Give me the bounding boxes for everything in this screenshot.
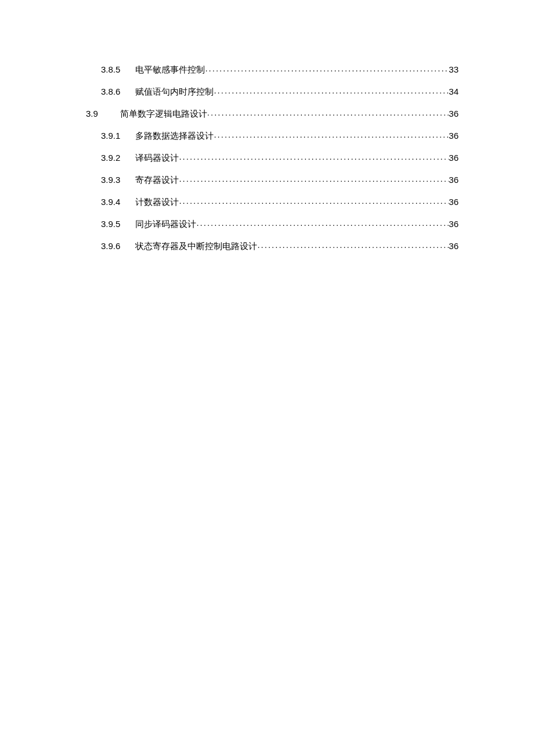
toc-entry-leader bbox=[214, 130, 449, 139]
toc-entry-number: 3.9.5 bbox=[101, 219, 120, 228]
toc-entry-title: 寄存器设计 bbox=[135, 176, 179, 185]
toc-entry: 3.9.6 状态寄存器及中断控制电路设计 36 bbox=[75, 240, 459, 251]
toc-entry-page: 36 bbox=[449, 197, 459, 206]
toc-entry: 3.9.5 同步译码器设计 36 bbox=[75, 218, 459, 229]
toc-entry-page: 36 bbox=[449, 109, 459, 118]
toc-entry-title: 译码器设计 bbox=[135, 154, 179, 163]
toc-entry-title: 同步译码器设计 bbox=[135, 220, 196, 229]
toc-entry: 3.9 简单数字逻辑电路设计 36 bbox=[75, 108, 459, 118]
toc-entry-leader bbox=[179, 196, 449, 205]
toc-entry-leader bbox=[196, 218, 449, 227]
toc-entry-page: 36 bbox=[449, 131, 459, 140]
toc-entry: 3.9.3 寄存器设计 36 bbox=[75, 174, 459, 185]
toc-entry-number: 3.9 bbox=[86, 109, 98, 118]
toc-entry-leader bbox=[214, 86, 449, 95]
toc-entry-number: 3.9.6 bbox=[101, 242, 120, 250]
toc-entry-page: 36 bbox=[449, 153, 459, 162]
toc-entry-leader bbox=[207, 108, 449, 117]
toc-entry: 3.9.2 译码器设计 36 bbox=[75, 152, 459, 163]
toc-entry: 3.8.5 电平敏感事件控制 33 bbox=[75, 64, 459, 74]
toc-entry-number: 3.8.5 bbox=[101, 65, 120, 74]
toc-entry-leader bbox=[205, 64, 449, 73]
toc-entry-number: 3.9.2 bbox=[101, 153, 120, 162]
toc-entry-leader bbox=[179, 152, 449, 161]
toc-entry-page: 36 bbox=[449, 175, 459, 184]
toc-entry: 3.8.6 赋值语句内时序控制 34 bbox=[75, 86, 459, 96]
toc-entry-number: 3.8.6 bbox=[101, 87, 120, 96]
toc-entry-leader bbox=[179, 174, 449, 183]
toc-entry-leader bbox=[257, 240, 449, 249]
toc-entry-number: 3.9.4 bbox=[101, 197, 120, 206]
toc-entry-page: 36 bbox=[449, 242, 459, 250]
toc-entry-number: 3.9.3 bbox=[101, 175, 120, 184]
toc-entry-title: 多路数据选择器设计 bbox=[135, 132, 214, 141]
toc-entry-title: 电平敏感事件控制 bbox=[135, 66, 205, 74]
toc-entry-title: 计数器设计 bbox=[135, 198, 179, 207]
toc-entry: 3.9.1 多路数据选择器设计 36 bbox=[75, 130, 459, 141]
toc-entry-number: 3.9.1 bbox=[101, 131, 120, 140]
toc-entry-title: 赋值语句内时序控制 bbox=[135, 88, 214, 96]
toc-entry-title: 简单数字逻辑电路设计 bbox=[120, 110, 207, 118]
toc-entry: 3.9.4 计数器设计 36 bbox=[75, 196, 459, 207]
document-page: 3.8.5 电平敏感事件控制 33 3.8.6 赋值语句内时序控制 34 3.9… bbox=[0, 0, 534, 756]
toc-entry-page: 33 bbox=[449, 65, 459, 74]
toc-entry-page: 34 bbox=[449, 87, 459, 96]
toc-entry-page: 36 bbox=[449, 219, 459, 228]
toc-entry-title: 状态寄存器及中断控制电路设计 bbox=[135, 242, 257, 251]
